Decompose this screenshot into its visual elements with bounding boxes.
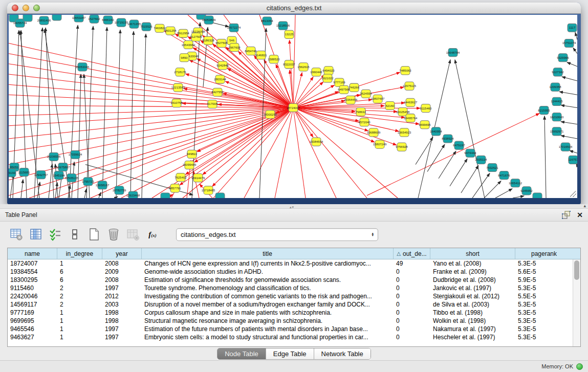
column-header-out_degree[interactable]: △out_de... [394,248,430,259]
graph-node[interactable]: 15807249 [373,140,387,148]
graph-node[interactable]: 949822 [187,150,198,158]
cell-title[interactable]: Changes of HCN gene expression and I(f) … [142,259,394,268]
graph-node[interactable]: 6497568 [338,85,350,94]
table-row[interactable]: 1456911722003Disruption of a novel membe… [8,300,573,309]
graph-node[interactable]: 2935114 [475,156,488,164]
graph-node[interactable]: 9699695 [419,121,431,129]
cell-out_degree[interactable]: 49 [394,259,430,268]
graph-node[interactable]: 10654112 [509,179,522,187]
graph-node[interactable]: 1990446 [310,68,322,76]
graph-node[interactable]: 19384554 [310,138,323,146]
tab-network-table[interactable]: Network Table [314,348,371,359]
split-divider[interactable]: ▴▾ ▴ [0,204,588,209]
graph-node[interactable]: 10975887 [56,163,70,171]
cell-out_degree[interactable]: 0 [394,317,430,325]
cell-short[interactable]: Jankovic et al. (1997) [430,284,515,292]
graph-node[interactable] [52,15,61,20]
graph-node[interactable]: 917008 [207,100,218,108]
graph-node[interactable]: 20053346 [76,63,90,71]
cell-short[interactable]: Hescheler et al. (1997) [430,333,515,341]
graph-node[interactable]: 17016504 [559,143,573,151]
graph-node[interactable]: 12923468 [126,191,140,198]
graph-node[interactable]: 9227342 [552,68,564,76]
table-row[interactable]: 911546021997Tourette syndrome. Phenomeno… [8,284,573,292]
column-header-title[interactable]: title [142,248,394,259]
graph-node[interactable]: 9146821 [255,51,267,59]
float-panel-icon[interactable] [561,211,571,219]
graph-node[interactable]: 1545194 [53,171,65,180]
graph-node[interactable]: 6479197 [453,141,465,149]
cell-short[interactable]: Dudbridge et al. (2008) [430,276,515,284]
graph-node[interactable]: 9127505 [190,33,202,41]
cell-name[interactable]: 9777169 [8,309,57,317]
graph-node[interactable]: 1527602 [88,15,100,23]
graph-node[interactable]: 9245652 [520,187,533,195]
cell-title[interactable]: Investigating the contribution of common… [142,292,394,300]
graph-node[interactable]: 14463627 [404,98,418,106]
graph-node[interactable]: 116753 [568,156,577,164]
cell-title[interactable]: Tourette syndrome. Phenomenology and cla… [142,284,394,292]
cell-short[interactable]: Wolkin et al. (1998) [430,317,515,325]
cell-out_degree[interactable]: 0 [394,333,430,341]
graph-node[interactable]: 9601254 [164,27,177,35]
graph-node[interactable]: 15218506 [276,21,290,30]
graph-node[interactable]: 7625402 [175,173,187,182]
network-canvas[interactable]: 1405572420891406106532871527602646616010… [9,15,577,198]
graph-node[interactable]: 20364456 [344,96,358,104]
graph-node[interactable]: 1621022 [321,74,334,82]
graph-node[interactable]: 2718176 [174,68,186,76]
cell-out_degree[interactable]: 0 [394,292,430,300]
cell-title[interactable]: Embryonic stem cells: a model to study s… [142,333,394,341]
cell-title[interactable]: Disruption of a novel member of a sodium… [142,300,394,309]
graph-node[interactable]: 1640954 [430,127,442,136]
delete-table-icon[interactable] [126,227,140,242]
graph-node[interactable]: 1610758 [170,99,183,107]
table-row[interactable]: 1872400712008Changes of HCN gene express… [8,259,573,268]
graph-node[interactable]: 1209358 [549,83,561,91]
graph-node[interactable]: 8938924 [442,135,454,143]
graph-node[interactable]: 13958167 [96,181,110,189]
graph-node[interactable]: 13654923 [398,128,411,137]
cell-out_degree[interactable]: 0 [394,309,430,317]
cell-pagerank[interactable]: 5.3E-5 [515,333,573,341]
cell-year[interactable]: 2009 [102,268,142,276]
table-row[interactable]: 977716911998Corpus callosum shape and si… [8,309,573,317]
graph-node[interactable]: 10719155 [115,18,128,27]
cell-year[interactable]: 1998 [102,309,142,317]
graph-node[interactable]: 20891406 [37,16,51,25]
graph-node[interactable]: 8813054 [261,17,273,25]
graph-node[interactable] [161,193,170,198]
graph-node[interactable]: 15751074 [562,39,576,47]
tab-edge-table[interactable]: Edge Table [266,348,314,359]
close-panel-icon[interactable]: ✕ [577,211,583,218]
cell-year[interactable]: 1997 [102,333,142,341]
trash-icon[interactable] [106,227,121,242]
table-row[interactable]: 1938455462009Genome-wide association stu… [8,268,573,276]
graph-node[interactable]: 4572040 [358,118,371,126]
graph-node[interactable]: 9890 [180,54,189,62]
cell-name[interactable]: 22420046 [8,292,57,300]
graph-node[interactable]: 1795723 [82,178,94,186]
cell-title[interactable]: Structural magnetic resonance image aver… [142,317,394,325]
divider-collapse-icon[interactable]: ▴ [583,203,586,208]
cell-title[interactable]: Genome-wide association studies in ADHD. [142,268,394,276]
cell-out_degree[interactable]: 0 [394,325,430,333]
cell-pagerank[interactable]: 5.9E-5 [515,276,573,284]
cell-pagerank[interactable]: 5.3E-5 [515,300,573,309]
column-header-name[interactable]: name [8,248,57,259]
graph-node[interactable]: 8427552 [211,88,224,96]
show-column-icon[interactable] [29,227,43,242]
cell-in_degree[interactable]: 2 [57,300,102,309]
table-row[interactable]: 1830029562008Estimation of significance … [8,276,573,284]
graph-node[interactable]: 9115460 [420,104,432,112]
graph-node[interactable]: 8215955 [538,106,550,114]
cell-out_degree[interactable]: 0 [394,300,430,309]
cell-in_degree[interactable]: 2 [57,284,102,292]
cell-name[interactable]: 9699695 [8,317,57,325]
table-row[interactable]: 2242004622012Investigating the contribut… [8,292,573,300]
cell-year[interactable]: 2003 [102,300,142,309]
graph-node[interactable]: 20206556 [47,152,61,161]
graph-node[interactable]: 18572274 [227,24,241,32]
graph-node[interactable]: 10688609 [367,128,381,137]
graph-node[interactable]: 9242848 [216,61,229,70]
